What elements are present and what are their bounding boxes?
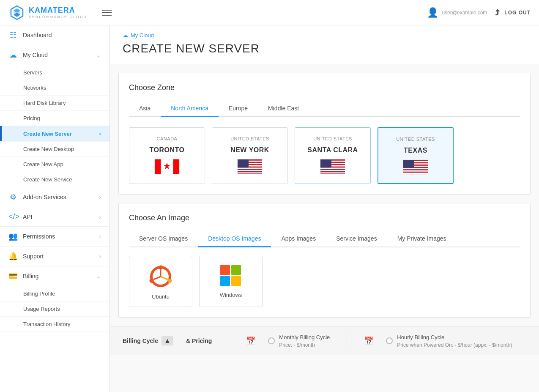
sidebar-item-api[interactable]: </> API › — [0, 207, 109, 227]
logo-icon — [8, 4, 25, 21]
billing-option-hourly[interactable]: Hourly Billing Cycle Price when Powered … — [386, 334, 512, 348]
svg-point-109 — [411, 166, 412, 167]
sidebar-label-addon: Add-on Services — [23, 194, 66, 200]
svg-point-23 — [241, 162, 242, 162]
permissions-icon: 👥 — [8, 232, 18, 241]
svg-rect-11 — [238, 164, 263, 165]
zone-card-toronto[interactable]: CANADA TORONTO — [129, 127, 205, 184]
zone-city-texas: TEXAS — [404, 147, 427, 154]
flag-us-sc — [320, 159, 345, 174]
chevron-down-icon-billing: ⌄ — [96, 273, 101, 280]
sidebar-sub-hard-disk-library[interactable]: Hard Disk Library — [0, 96, 109, 111]
svg-point-20 — [244, 160, 244, 161]
cloud-icon: ☁ — [8, 50, 18, 60]
svg-rect-14 — [238, 171, 263, 173]
zone-card-texas[interactable]: UNITED STATES TEXAS — [378, 127, 454, 184]
addon-icon: ⚙ — [8, 192, 18, 202]
sidebar-item-billing[interactable]: 💳 Billing ⌄ — [0, 266, 109, 286]
sidebar-sub-create-desktop[interactable]: Create New Desktop — [0, 142, 109, 157]
svg-point-32 — [239, 164, 240, 165]
svg-point-28 — [240, 163, 241, 164]
ubuntu-icon — [149, 265, 172, 288]
svg-rect-120 — [231, 276, 241, 286]
topbar-left: KAMATERA PERFORMANCE CLOUD — [8, 4, 112, 21]
tab-europe[interactable]: Europe — [219, 101, 258, 117]
svg-rect-78 — [403, 162, 428, 164]
svg-rect-48 — [320, 171, 345, 173]
main-header: ☁ My Cloud CREATE NEW SERVER — [110, 25, 539, 64]
svg-point-112 — [150, 279, 154, 283]
radio-monthly[interactable] — [268, 337, 275, 344]
logout-button[interactable]: ⮭︎ LOG OUT — [494, 8, 531, 17]
sidebar-sub-create-app[interactable]: Create New App — [0, 157, 109, 172]
svg-point-55 — [328, 160, 329, 161]
svg-point-113 — [168, 279, 172, 283]
dashboard-icon: ☷ — [8, 30, 18, 40]
zone-card-santa-clara[interactable]: UNITED STATES SANTA CLARA — [295, 127, 371, 184]
sidebar-sub-servers[interactable]: Servers — [0, 65, 109, 80]
image-card-ubuntu[interactable]: Ubuntu — [129, 256, 192, 307]
svg-point-97 — [408, 163, 408, 164]
tab-apps-images[interactable]: Apps Images — [271, 231, 326, 247]
logo-text: KAMATERA PERFORMANCE CLOUD — [29, 6, 87, 19]
sidebar-label-my-cloud: My Cloud — [23, 52, 48, 58]
sidebar-sub-create-service[interactable]: Create New Service — [0, 172, 109, 187]
breadcrumb: ☁ My Cloud — [123, 32, 526, 38]
sidebar-label-hard-disk-library: Hard Disk Library — [23, 100, 66, 106]
svg-point-67 — [324, 164, 325, 165]
zone-city-santa-clara: SANTA CLARA — [307, 146, 358, 154]
svg-point-60 — [329, 162, 330, 162]
billing-option-monthly[interactable]: Monthly Billing Cycle Price: - $/month — [268, 334, 330, 348]
svg-point-29 — [242, 163, 243, 164]
svg-point-24 — [243, 162, 244, 162]
image-tabs: Server OS Images Desktop OS Images Apps … — [129, 231, 520, 247]
tab-server-os-images[interactable]: Server OS Images — [129, 231, 198, 247]
svg-rect-79 — [403, 164, 428, 166]
svg-point-35 — [244, 164, 245, 165]
svg-line-116 — [161, 277, 168, 280]
svg-rect-15 — [238, 173, 263, 174]
billing-hourly-group: Hourly Billing Cycle Price when Powered … — [397, 334, 512, 348]
svg-rect-50 — [320, 159, 331, 167]
tab-desktop-os-images[interactable]: Desktop OS Images — [198, 231, 271, 247]
us-flag-sc-svg — [320, 159, 345, 174]
sidebar-item-support[interactable]: 🔔 Support › — [0, 247, 109, 266]
tab-middle-east[interactable]: Middle East — [258, 101, 309, 117]
sidebar-sub-usage-reports[interactable]: Usage Reports — [0, 302, 109, 317]
sidebar-item-addon-services[interactable]: ⚙ Add-on Services › — [0, 187, 109, 207]
svg-rect-119 — [220, 276, 230, 286]
radio-hourly[interactable] — [386, 337, 393, 344]
sidebar-sub-create-server[interactable]: Create New Server › — [0, 126, 109, 142]
sidebar-sub-networks[interactable]: Networks — [0, 80, 109, 96]
svg-point-70 — [329, 164, 330, 165]
svg-point-69 — [327, 164, 328, 165]
sidebar-sub-billing-profile[interactable]: Billing Profile — [0, 286, 109, 302]
sidebar-item-permissions[interactable]: 👥 Permissions › — [0, 227, 109, 247]
sidebar-item-my-cloud[interactable]: ☁ My Cloud ⌄ — [0, 45, 109, 65]
sidebar-label-support: Support — [23, 253, 44, 260]
sidebar-label-transaction-history: Transaction History — [23, 321, 71, 327]
svg-point-34 — [243, 164, 244, 165]
sidebar-sub-transaction-history[interactable]: Transaction History — [0, 317, 109, 332]
sidebar-label-permissions: Permissions — [23, 233, 55, 240]
zone-card-new-york[interactable]: UNITED STATES NEW YORK — [212, 127, 288, 184]
sidebar-item-dashboard[interactable]: ☷ Dashboard — [0, 25, 109, 45]
tab-asia[interactable]: Asia — [129, 101, 161, 117]
svg-point-63 — [325, 163, 326, 164]
svg-point-41 — [245, 165, 246, 166]
tab-my-private-images[interactable]: My Private Images — [387, 231, 457, 247]
active-bar — [0, 126, 2, 141]
hamburger-button[interactable] — [102, 10, 112, 16]
svg-rect-118 — [231, 265, 241, 275]
svg-point-21 — [245, 160, 246, 161]
svg-point-73 — [325, 165, 326, 166]
sidebar-sub-pricing[interactable]: Pricing — [0, 111, 109, 126]
image-card-windows[interactable]: Windows — [199, 256, 263, 307]
chevron-down-icon: ⌄ — [96, 52, 101, 58]
calendar-monthly-icon: 📅 — [246, 336, 255, 345]
svg-point-95 — [404, 163, 405, 164]
collapse-icon[interactable]: ▲ — [161, 336, 173, 345]
flag-us-ny — [237, 159, 263, 174]
tab-north-america[interactable]: North America — [161, 101, 219, 117]
tab-service-images[interactable]: Service Images — [326, 231, 387, 247]
